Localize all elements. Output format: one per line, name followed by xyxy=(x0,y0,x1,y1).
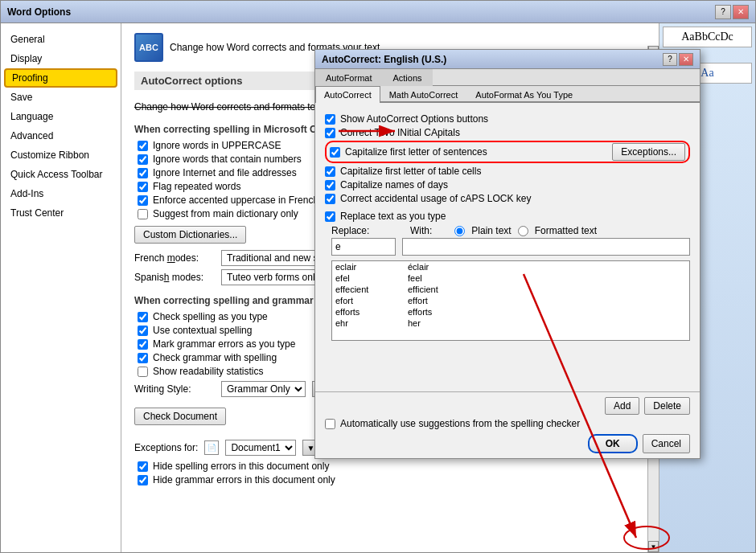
checkbox-grammar-spelling-label: Check grammar with spelling xyxy=(153,352,277,363)
ac-show-options-row: Show AutoCorrect Options buttons xyxy=(325,113,690,125)
ac-capitalize-sentences-input[interactable] xyxy=(330,147,340,158)
list-item-effecient[interactable]: effecientefficient xyxy=(332,284,689,295)
list-item-efforts[interactable]: effortsefforts xyxy=(332,306,689,317)
checkbox-ignore-uppercase-input[interactable] xyxy=(138,141,148,151)
sidebar: General Display Proofing Save Language A… xyxy=(1,23,121,552)
overlay-help-button[interactable]: ? xyxy=(663,53,677,66)
sidebar-item-display[interactable]: Display xyxy=(1,49,121,68)
ac-caps-lock-label: Correct accidental usage of cAPS LOCK ke… xyxy=(340,193,531,204)
exceptions-button[interactable]: Exceptions... xyxy=(612,143,685,161)
tab-bar-row1: AutoFormat Actions xyxy=(315,69,700,86)
ac-show-options-input[interactable] xyxy=(325,114,335,125)
replace-text-label: Replace text as you type xyxy=(340,211,446,222)
add-button[interactable]: Add xyxy=(605,397,639,415)
ac-two-initials-label: Correct TWo INitial CApitals xyxy=(340,127,460,138)
replace-list-container: eclairéclair efelfeel effecientefficient… xyxy=(325,260,690,341)
close-button[interactable]: ✕ xyxy=(733,5,749,19)
checkbox-mark-grammar-label: Mark grammar errors as you type xyxy=(153,338,295,350)
hide-spelling-label: Hide spelling errors in this document on… xyxy=(153,461,329,472)
formatted-text-radio[interactable] xyxy=(518,226,528,236)
checkbox-french-label: Enforce accented uppercase in French xyxy=(153,195,318,206)
scroll-down-arrow[interactable]: ▼ xyxy=(648,541,659,552)
checkbox-french-input[interactable] xyxy=(138,195,148,206)
tab-bar-row2: AutoCorrect Math AutoCorrect AutoFormat … xyxy=(315,86,700,103)
checkbox-numbers-input[interactable] xyxy=(138,154,148,165)
exceptions-label: Exceptions for: xyxy=(134,442,198,453)
ac-capitalize-days-row: Capitalize names of days xyxy=(325,179,690,190)
overlay-footer: Add Delete Automatically use suggestions… xyxy=(315,391,700,458)
radio-group: Plain text Formatted text xyxy=(454,225,597,236)
autocorrect-dialog: AutoCorrect: English (U.S.) ? ✕ AutoForm… xyxy=(314,49,701,459)
checkbox-numbers-label: Ignore words that contain numbers xyxy=(153,154,302,165)
ac-capitalize-days-label: Capitalize names of days xyxy=(340,179,448,190)
ac-caps-lock-input[interactable] xyxy=(325,194,335,204)
autocomplete-row: Automatically use suggestions from the s… xyxy=(325,418,690,429)
check-document-button[interactable]: Check Document xyxy=(134,408,226,425)
checkbox-contextual-input[interactable] xyxy=(138,326,148,336)
sidebar-item-language[interactable]: Language xyxy=(1,107,121,126)
ac-capitalize-table-input[interactable] xyxy=(325,166,335,177)
ac-two-initials-input[interactable] xyxy=(325,128,335,138)
overlay-close-button[interactable]: ✕ xyxy=(679,53,693,66)
replace-text-input[interactable] xyxy=(325,211,335,222)
checkbox-contextual-label: Use contextual spelling xyxy=(153,325,252,336)
checkbox-repeated-label: Flag repeated words xyxy=(153,181,240,192)
sidebar-item-save[interactable]: Save xyxy=(1,88,121,107)
checkbox-check-spelling-label: Check spelling as you type xyxy=(153,311,268,322)
ac-show-options-label: Show AutoCorrect Options buttons xyxy=(340,113,488,125)
list-item-eclair[interactable]: eclairéclair xyxy=(332,261,689,272)
tab-math-autocorrect[interactable]: Math AutoCorrect xyxy=(380,86,467,103)
tab-autocorrect[interactable]: AutoCorrect xyxy=(315,86,380,103)
checkbox-readability-label: Show readability statistics xyxy=(153,366,263,377)
cancel-button[interactable]: Cancel xyxy=(643,434,690,453)
tab-autoformat-as-you-type[interactable]: AutoFormat As You Type xyxy=(466,86,581,103)
delete-button[interactable]: Delete xyxy=(644,397,690,415)
replace-list[interactable]: eclairéclair efelfeel effecientefficient… xyxy=(331,260,690,341)
sidebar-item-quick-access[interactable]: Quick Access Toolbar xyxy=(1,165,121,184)
checkbox-mark-grammar-input[interactable] xyxy=(138,339,148,350)
hide-spelling-input[interactable] xyxy=(138,461,148,472)
ac-capitalize-table-row: Capitalize first letter of table cells xyxy=(325,166,690,177)
with-input[interactable] xyxy=(402,238,690,256)
autocomplete-label: Automatically use suggestions from the s… xyxy=(340,418,580,429)
checkbox-main-dict-input[interactable] xyxy=(138,209,148,219)
hide-grammar-input[interactable] xyxy=(138,475,148,485)
replace-input[interactable] xyxy=(331,238,396,256)
plain-text-label: Plain text xyxy=(471,225,511,236)
ac-capitalize-sentences-label: Capitalize first letter of sentences xyxy=(345,146,487,158)
sidebar-item-proofing[interactable]: Proofing xyxy=(4,68,117,88)
checkbox-internet-input[interactable] xyxy=(138,168,148,178)
sidebar-item-trust-center[interactable]: Trust Center xyxy=(1,203,121,223)
checkbox-readability-input[interactable] xyxy=(138,367,148,377)
help-button[interactable]: ? xyxy=(715,5,731,19)
exceptions-doc-select[interactable]: Document1 xyxy=(225,440,296,456)
custom-dictionaries-button[interactable]: Custom Dictionaries... xyxy=(134,226,246,244)
list-item-efort[interactable]: eforteffort xyxy=(332,295,689,306)
window-title: Word Options xyxy=(7,6,71,18)
overlay-controls: ? ✕ xyxy=(663,53,693,66)
checkbox-ignore-uppercase-label: Ignore words in UPPERCASE xyxy=(153,140,281,151)
sidebar-item-customize-ribbon[interactable]: Customize Ribbon xyxy=(1,145,121,165)
checkbox-repeated-input[interactable] xyxy=(138,182,148,192)
ac-capitalize-days-input[interactable] xyxy=(325,180,335,190)
checkbox-check-spelling-input[interactable] xyxy=(138,312,148,322)
list-item-ehr[interactable]: ehrher xyxy=(332,317,689,329)
checkbox-grammar-spelling-input[interactable] xyxy=(138,353,148,363)
checkbox-internet-label: Ignore Internet and file addresses xyxy=(153,167,297,178)
sidebar-item-advanced[interactable]: Advanced xyxy=(1,126,121,145)
writing-style-label: Writing Style: xyxy=(134,383,215,395)
french-modes-label: French modes: xyxy=(134,252,215,264)
ok-button[interactable]: OK xyxy=(588,434,638,453)
dialog-body: General Display Proofing Save Language A… xyxy=(1,23,755,552)
writing-style-select[interactable]: Grammar Only xyxy=(221,381,306,397)
hide-spelling-row: Hide spelling errors in this document on… xyxy=(134,461,646,472)
autocomplete-input[interactable] xyxy=(325,419,335,429)
style-preview-1: AaBbCcDc xyxy=(663,27,752,47)
replace-inputs-row xyxy=(325,238,690,256)
list-item-efel[interactable]: efelfeel xyxy=(332,272,689,284)
tab-autoformat[interactable]: AutoFormat xyxy=(315,69,382,86)
tab-actions[interactable]: Actions xyxy=(382,69,432,86)
plain-text-radio[interactable] xyxy=(454,226,465,236)
sidebar-item-general[interactable]: General xyxy=(1,30,121,49)
sidebar-item-add-ins[interactable]: Add-Ins xyxy=(1,184,121,203)
